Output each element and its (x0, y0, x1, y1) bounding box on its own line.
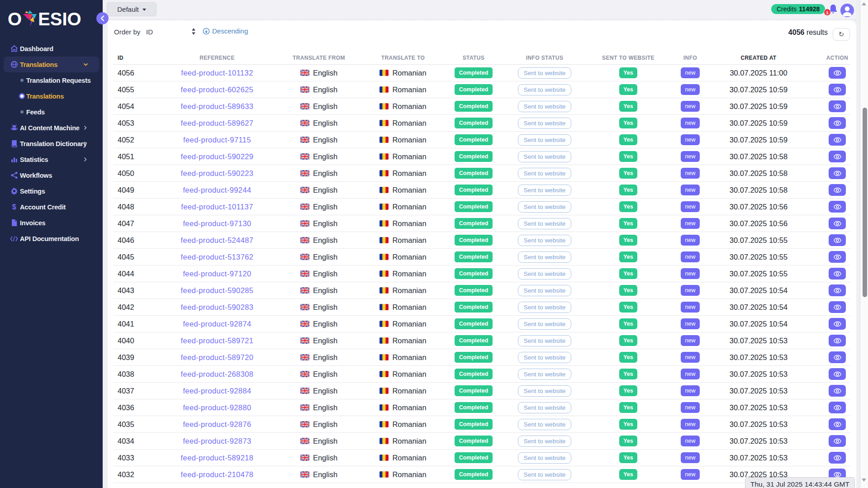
reference-link[interactable]: feed-product-92884 (183, 387, 251, 395)
view-button[interactable] (829, 435, 846, 447)
reference-link[interactable]: feed-product-92880 (183, 403, 251, 412)
reference-link[interactable]: feed-product-210478 (181, 470, 254, 479)
reference-link[interactable]: feed-product-513762 (181, 253, 254, 261)
view-button[interactable] (829, 318, 846, 330)
view-button[interactable] (829, 151, 846, 162)
view-button[interactable] (829, 452, 846, 464)
cell-sent-to-website: Yes (594, 65, 662, 81)
sidebar-item-api-documentation[interactable]: API Documentation (0, 231, 103, 246)
reference-link[interactable]: feed-product-101137 (181, 203, 253, 211)
view-button[interactable] (829, 67, 846, 79)
status-badge: Completed (455, 302, 493, 313)
view-button[interactable] (829, 335, 846, 346)
reference-link[interactable]: feed-product-99244 (183, 186, 251, 194)
reference-link[interactable]: feed-product-101132 (181, 69, 253, 77)
view-button[interactable] (829, 167, 846, 179)
language-to-label: Romanian (392, 69, 426, 77)
sort-direction-toggle[interactable]: Descending (203, 27, 248, 35)
romania-flag-icon (379, 220, 389, 227)
view-button[interactable] (829, 368, 846, 380)
reference-link[interactable]: feed-product-92874 (183, 320, 251, 328)
sidebar-item-translations-sub[interactable]: Translations (0, 88, 103, 104)
sidebar-item-settings[interactable]: Settings (0, 183, 103, 199)
reference-link[interactable]: feed-product-590285 (181, 286, 254, 295)
reference-link[interactable]: feed-product-589218 (181, 454, 254, 462)
cell-translate-from: English (274, 65, 364, 81)
view-button[interactable] (829, 201, 846, 213)
reference-link[interactable]: feed-product-97120 (183, 270, 251, 278)
status-badge: Completed (455, 268, 493, 279)
cell-info-status: Sent to website (511, 416, 579, 432)
language-to-label: Romanian (392, 403, 426, 412)
view-button[interactable] (829, 418, 846, 430)
cell-created-at: 30.07.2025 10:55 (713, 232, 804, 248)
info-badge: new (681, 118, 700, 128)
reference-link[interactable]: feed-product-590223 (181, 169, 254, 178)
user-avatar[interactable] (840, 4, 854, 17)
reference-link[interactable]: feed-product-268308 (181, 370, 254, 379)
sidebar-item-invoices[interactable]: Invoices (0, 215, 103, 231)
info-badge: new (681, 335, 700, 346)
reference-link[interactable]: feed-product-589721 (181, 336, 254, 345)
language-from-label: English (313, 437, 337, 445)
view-button[interactable] (829, 218, 846, 229)
sidebar-item-feeds[interactable]: Feeds (0, 104, 103, 120)
sidebar-item-ai-content-machine[interactable]: AI Content Machine (0, 120, 103, 136)
view-button[interactable] (829, 134, 846, 146)
view-button[interactable] (829, 251, 846, 263)
view-button[interactable] (829, 268, 846, 280)
view-button[interactable] (829, 117, 846, 129)
romania-flag-icon (379, 337, 389, 344)
cell-action (815, 249, 860, 265)
sidebar-item-account-credit[interactable]: $ Account Credit (0, 199, 103, 215)
reference-link[interactable]: feed-product-97130 (183, 219, 251, 228)
reference-link[interactable]: feed-product-97115 (183, 136, 251, 144)
eye-icon (834, 321, 841, 327)
sidebar-item-dashboard[interactable]: Dashboard (0, 41, 103, 57)
view-button[interactable] (829, 385, 846, 397)
view-button[interactable] (829, 402, 846, 413)
scrollbar-up-arrow[interactable] (862, 2, 866, 5)
reference-link[interactable]: feed-product-92876 (183, 420, 251, 429)
reference-link[interactable]: feed-product-590283 (181, 303, 254, 312)
reference-link[interactable]: feed-product-602625 (181, 85, 254, 94)
sidebar-item-translation-requests[interactable]: Translation Requests (0, 72, 103, 88)
workspace-dropdown[interactable]: Default (107, 2, 157, 16)
romania-flag-icon (379, 287, 389, 294)
scrollbar-down-arrow[interactable] (862, 479, 866, 482)
view-button[interactable] (829, 301, 846, 313)
reference-link[interactable]: feed-product-589627 (181, 119, 254, 128)
view-button[interactable] (829, 284, 846, 296)
view-button[interactable] (829, 184, 846, 196)
reference-link[interactable]: feed-product-589720 (181, 353, 254, 362)
sidebar-item-translation-dictionary[interactable]: Translation Dictionary (0, 136, 103, 152)
status-badge: Completed (455, 134, 493, 145)
cell-status: Completed (440, 98, 508, 114)
view-button[interactable] (829, 84, 846, 95)
reference-link[interactable]: feed-product-590229 (181, 152, 254, 161)
reference-link[interactable]: feed-product-92873 (183, 437, 251, 445)
scrollbar-thumb[interactable] (863, 108, 867, 297)
sidebar-item-translations[interactable]: Translations (4, 57, 99, 72)
cell-id: 4051 (118, 148, 134, 165)
sidebar-item-workflows[interactable]: Workflows (0, 167, 103, 183)
cell-action (815, 98, 860, 114)
reference-link[interactable]: feed-product-589633 (181, 102, 254, 111)
refresh-button[interactable]: ↻ (833, 28, 850, 41)
cell-translate-to: Romanian (358, 232, 448, 248)
uk-flag-icon (300, 153, 309, 160)
sidebar-item-statistics[interactable]: Statistics (0, 152, 103, 167)
reference-link[interactable]: feed-product-524487 (181, 236, 254, 245)
order-by-select[interactable]: ID (146, 28, 153, 36)
table-row: 4038feed-product-268308EnglishRomanianCo… (113, 366, 850, 383)
cell-action (815, 366, 860, 382)
view-button[interactable] (829, 234, 846, 246)
sidebar-collapse-button[interactable] (96, 12, 109, 24)
cell-id: 4037 (118, 383, 134, 399)
cell-translate-from: English (274, 132, 364, 148)
uk-flag-icon (300, 270, 309, 277)
language-from-label: English (313, 403, 337, 412)
select-arrows-icon[interactable] (191, 28, 196, 35)
view-button[interactable] (829, 100, 846, 112)
view-button[interactable] (829, 351, 846, 363)
